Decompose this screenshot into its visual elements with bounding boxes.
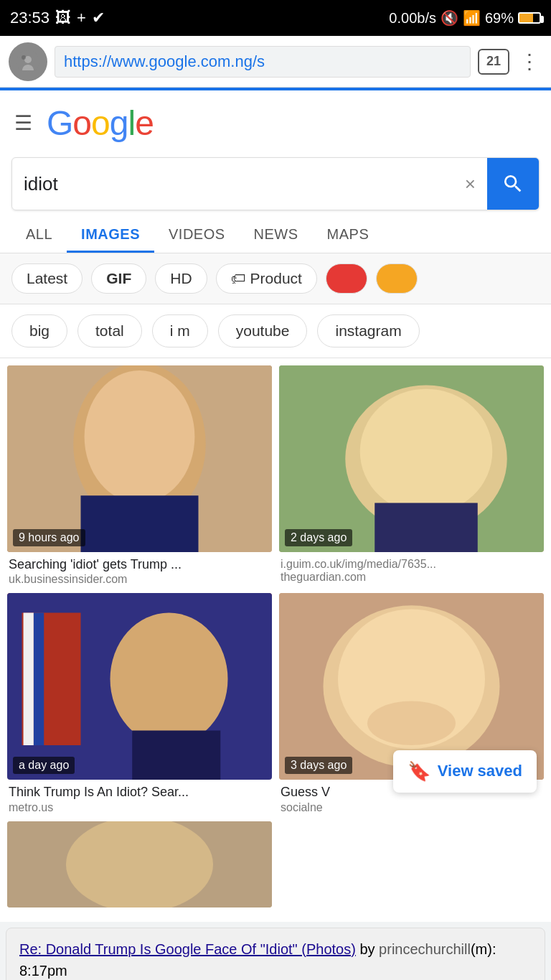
image-card-4[interactable]: 3 days ago Guess V socialne 🔖 View saved <box>279 593 544 813</box>
svg-point-2 <box>22 55 26 60</box>
search-icon <box>501 172 524 195</box>
status-bar: 23:53 🖼 + ✔ 0.00b/s 🔇 📶 69% <box>0 0 551 36</box>
status-right: 0.00b/s 🔇 📶 69% <box>389 9 541 27</box>
suggestion-instagram[interactable]: instagram <box>317 314 419 347</box>
logo-g: G <box>47 104 72 142</box>
notification-author-suffix: (m): <box>471 941 496 957</box>
filter-latest[interactable]: Latest <box>11 263 83 294</box>
tab-news[interactable]: NEWS <box>240 216 313 253</box>
search-clear-button[interactable]: × <box>453 173 487 195</box>
svg-rect-10 <box>375 503 478 553</box>
google-logo: Google <box>47 103 154 143</box>
image-source-4: socialne <box>279 801 544 814</box>
svg-point-5 <box>85 370 195 503</box>
svg-rect-6 <box>81 495 199 552</box>
network-speed: 0.00b/s <box>389 10 436 27</box>
image-card-3[interactable]: a day ago Think Trump Is An Idiot? Sear.… <box>7 593 272 813</box>
image-grid: 9 hours ago Searching 'idiot' gets Trump… <box>0 358 551 922</box>
tab-all[interactable]: ALL <box>11 216 67 253</box>
image-card-2[interactable]: 2 days ago i.guim.co.uk/img/media/7635..… <box>279 365 544 586</box>
logo-o1: o <box>72 104 91 142</box>
url-bar[interactable]: https://www.google.com.ng/s <box>55 46 471 78</box>
svg-rect-16 <box>132 731 220 780</box>
logo-o2: o <box>91 104 110 142</box>
svg-point-22 <box>66 821 213 907</box>
battery-icon <box>518 12 541 24</box>
image-thumb-3: a day ago <box>7 593 272 780</box>
search-button[interactable] <box>487 158 539 210</box>
suggestion-big[interactable]: big <box>11 314 67 347</box>
svg-point-15 <box>110 613 228 746</box>
tab-images[interactable]: IMAGES <box>67 216 154 253</box>
tab-count[interactable]: 21 <box>478 49 509 75</box>
browser-bar: https://www.google.com.ng/s 21 ⋮ <box>0 36 551 88</box>
svg-point-20 <box>367 701 456 746</box>
filter-row: Latest GIF HD 🏷Product <box>0 253 551 304</box>
filter-product[interactable]: 🏷Product <box>216 263 317 294</box>
suggestion-im[interactable]: i m <box>152 314 208 347</box>
notification-author: princechurchill <box>379 941 471 957</box>
mute-icon: 🔇 <box>441 9 458 27</box>
notification-link[interactable]: Re: Donald Trump Is Google Face Of "Idio… <box>19 941 356 957</box>
battery-percent: 69% <box>485 10 514 27</box>
notification-time: 8:17pm <box>19 963 67 979</box>
status-time: 23:53 <box>10 9 50 27</box>
logo-g2: g <box>110 104 128 142</box>
check-icon: ✔ <box>92 9 105 27</box>
bookmark-icon: 🔖 <box>408 760 430 783</box>
search-bar: × <box>11 157 540 210</box>
browser-menu-icon[interactable]: ⋮ <box>517 50 542 73</box>
browser-avatar <box>9 42 47 81</box>
tab-maps[interactable]: MAPS <box>313 216 384 253</box>
status-left: 23:53 🖼 + ✔ <box>10 9 105 27</box>
time-badge-2: 2 days ago <box>285 529 352 546</box>
image-source-2: i.guim.co.uk/img/media/7635...theguardia… <box>279 556 544 585</box>
hamburger-icon[interactable]: ☰ <box>14 111 32 135</box>
svg-rect-13 <box>24 613 34 746</box>
image-caption-1: Searching 'idiot' gets Trump ... <box>7 556 272 573</box>
search-tabs: ALL IMAGES VIDEOS NEWS MAPS <box>0 216 551 253</box>
image-thumb-1: 9 hours ago <box>7 365 272 552</box>
image-thumb-2: 2 days ago <box>279 365 544 552</box>
filter-gif[interactable]: GIF <box>91 263 146 294</box>
svg-rect-14 <box>34 613 44 746</box>
image-caption-3: Think Trump Is An Idiot? Sear... <box>7 784 272 801</box>
image-icon: 🖼 <box>55 9 71 27</box>
suggestions-row: big total i m youtube instagram <box>0 304 551 358</box>
suggestion-total[interactable]: total <box>77 314 142 347</box>
image-card-1[interactable]: 9 hours ago Searching 'idiot' gets Trump… <box>7 365 272 586</box>
suggestion-youtube[interactable]: youtube <box>218 314 308 347</box>
search-input[interactable] <box>12 162 453 207</box>
view-saved-label: View saved <box>438 762 522 780</box>
bottom-notification: Re: Donald Trump Is Google Face Of "Idio… <box>6 928 545 980</box>
image-card-5[interactable] <box>7 821 272 907</box>
tab-videos[interactable]: VIDEOS <box>154 216 240 253</box>
logo-e: e <box>135 104 154 142</box>
image-source-3: metro.us <box>7 801 272 814</box>
search-bar-container: × <box>0 150 551 210</box>
image-source-1: uk.businessinsider.com <box>7 573 272 586</box>
view-saved-toast[interactable]: 🔖 View saved <box>393 750 537 793</box>
image-thumb-5 <box>7 821 272 907</box>
filter-color-red[interactable] <box>326 263 367 294</box>
time-badge-1: 9 hours ago <box>13 529 85 546</box>
filter-hd[interactable]: HD <box>155 263 207 294</box>
google-header: ☰ Google <box>0 90 551 150</box>
time-badge-3: a day ago <box>13 757 75 774</box>
google-page: ☰ Google × ALL IMAGES VIDEOS NEWS MAPS L… <box>0 90 551 922</box>
time-badge-4: 3 days ago <box>285 757 352 774</box>
plus-icon: + <box>77 9 86 27</box>
signal-icon: 📶 <box>463 9 481 27</box>
filter-color-orange[interactable] <box>376 263 418 294</box>
notification-by: by <box>359 941 379 957</box>
svg-point-9 <box>360 389 493 514</box>
logo-l: l <box>128 104 135 142</box>
